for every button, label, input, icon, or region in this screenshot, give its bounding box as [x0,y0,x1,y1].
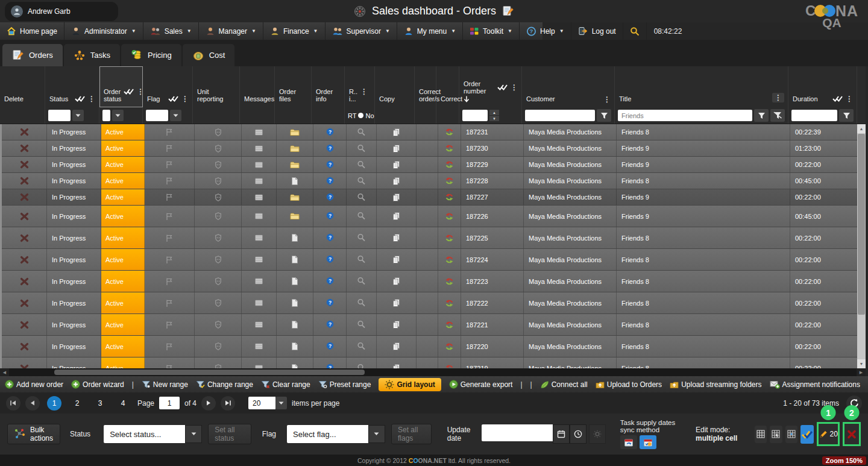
apply-changes-button[interactable] [800,425,814,444]
cell-messages[interactable] [242,314,277,335]
cell-rt[interactable] [347,157,377,172]
folder-icon[interactable] [290,128,300,136]
shield-icon[interactable] [213,144,223,153]
flag-outline-icon[interactable] [165,234,174,242]
page-number-2[interactable]: 2 [70,396,84,411]
question-bubble-icon[interactable]: ? [326,364,335,368]
cell-rt[interactable] [347,336,377,357]
cell-delete[interactable] [2,336,47,357]
question-bubble-icon[interactable]: ? [326,298,335,307]
shield-icon[interactable] [213,342,223,351]
cell-unit-reporting[interactable] [195,249,242,270]
swap-arrows-icon[interactable] [444,364,454,369]
cell-order-status[interactable]: Active [101,249,145,270]
horizontal-scroll-thumb[interactable] [54,370,365,375]
cell-flag[interactable] [145,357,195,368]
swap-arrows-icon[interactable] [444,212,454,221]
doc-icon[interactable] [291,298,299,307]
cell-rt[interactable] [347,249,377,270]
cell-unit-reporting[interactable] [195,173,242,189]
messages-icon[interactable] [254,277,263,285]
cell-messages[interactable] [242,292,277,313]
copy-icon[interactable] [392,298,401,307]
filter-funnel-button[interactable] [597,109,611,122]
table-row[interactable]: In ProgressActive?187225Maya Media Produ… [2,227,859,249]
filter-select[interactable] [48,110,71,121]
column-header-order_number[interactable]: Order number⋮ [459,66,522,107]
delete-x-icon[interactable] [20,212,29,221]
cell-order-files[interactable] [277,140,313,156]
swap-arrows-icon[interactable] [444,193,454,201]
flag-outline-icon[interactable] [165,160,174,169]
flag-outline-icon[interactable] [165,256,174,264]
chevron-down-icon[interactable] [368,425,385,443]
flag-outline-icon[interactable] [165,277,174,286]
folder-icon[interactable] [290,212,300,220]
swap-arrows-icon[interactable] [444,160,454,169]
cell-messages[interactable] [242,140,277,156]
set-all-status-button[interactable]: Set all status [208,424,251,444]
edit-page-icon[interactable] [502,5,514,17]
doc-icon[interactable] [291,177,299,186]
set-all-flags-button[interactable]: Set all flags [391,424,432,444]
column-header-title[interactable]: Title⋮ [615,66,788,107]
question-bubble-icon[interactable]: ? [326,128,335,137]
messages-icon[interactable] [254,321,263,329]
column-menu-icon[interactable]: ⋮ [772,93,784,102]
copy-icon[interactable] [392,160,401,169]
filter-text-input[interactable]: Friends [618,110,752,121]
cell-order-info[interactable]: ? [313,206,347,227]
page-number-1[interactable]: 1 [47,396,61,411]
page-input[interactable]: 1 [159,397,180,409]
messages-icon[interactable] [254,145,263,153]
messages-icon[interactable] [254,234,263,242]
delete-x-icon[interactable] [20,277,29,286]
doc-icon[interactable] [291,320,299,329]
cell-copy[interactable] [377,173,417,189]
cell-unit-reporting[interactable] [195,189,242,205]
swap-arrows-icon[interactable] [444,177,454,185]
toolbar-connect-all[interactable]: Connect all [540,380,588,389]
cell-rt[interactable] [347,271,377,292]
cell-flag[interactable] [145,314,195,335]
flag-outline-icon[interactable] [165,212,174,221]
toolbar-assignment-notifications[interactable]: Assignment notifications [770,380,860,389]
delete-x-icon[interactable] [20,256,29,264]
doc-icon[interactable] [291,364,299,368]
column-header-order_files[interactable]: Order files [275,66,312,107]
cell-flag[interactable] [145,227,195,248]
cell-order-info[interactable]: ? [313,314,347,335]
magnifier-icon[interactable] [357,144,366,153]
copy-icon[interactable] [392,320,401,329]
swap-arrows-icon[interactable] [444,299,454,307]
messages-icon[interactable] [254,364,263,368]
filter-funnel-button[interactable] [839,109,854,122]
cell-order-info[interactable]: ? [313,357,347,368]
question-bubble-icon[interactable]: ? [326,177,335,186]
scroll-right-icon[interactable]: ▶ [857,368,866,376]
cell-unit-reporting[interactable] [195,124,242,140]
cell-delete[interactable] [2,140,47,156]
cell-delete[interactable] [2,206,47,227]
cell-flag[interactable] [145,124,195,140]
scroll-up-icon[interactable]: ▲ [857,124,866,133]
cell-delete[interactable] [2,249,47,270]
magnifier-icon[interactable] [357,364,366,368]
rt-toggle[interactable]: RTNo [348,112,374,119]
cell-order-files[interactable] [277,249,313,270]
calendar-icon[interactable] [553,424,570,444]
delete-x-icon[interactable] [20,144,29,153]
chevron-down-icon[interactable] [112,110,124,121]
cell-rt[interactable] [347,357,377,368]
cell-delete[interactable] [2,314,47,335]
copy-icon[interactable] [392,212,401,221]
shield-icon[interactable] [213,298,223,307]
menu-item-administrator[interactable]: Administrator▼ [64,22,143,40]
menu-item-sales[interactable]: Sales▼ [143,22,199,40]
chevron-down-icon[interactable] [275,397,287,409]
spinner-down-icon[interactable]: ▼ [489,116,499,121]
cell-copy[interactable] [377,227,417,248]
filter-text-input[interactable] [525,110,595,121]
column-header-unit_reporting[interactable]: Unitreporting [193,66,240,107]
cell-messages[interactable] [242,173,277,189]
